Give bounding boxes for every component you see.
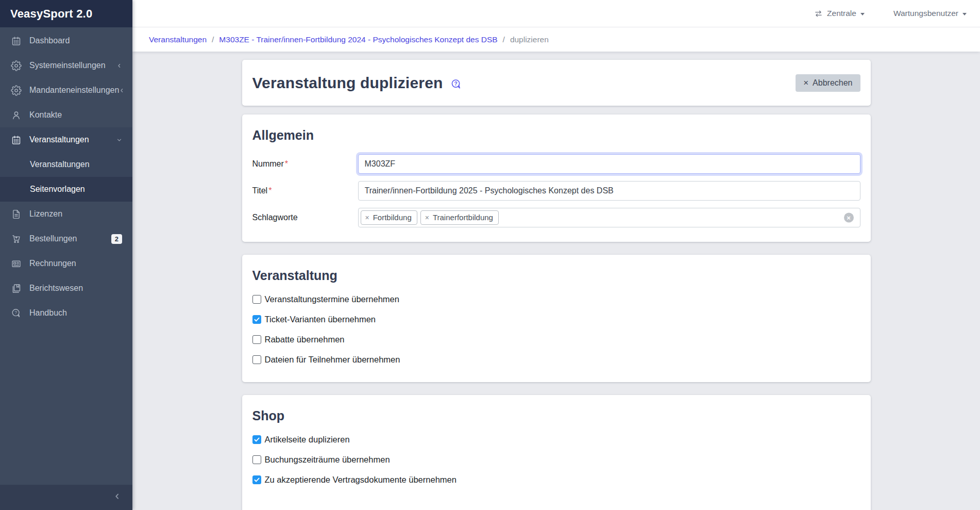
breadcrumb-separator: / [503, 35, 505, 44]
checkbox-label: Buchungszeiträume übernehmen [265, 455, 390, 465]
brand-title: VeasySport 2.0 [0, 0, 132, 27]
checkbox-artikelseite[interactable]: Artikelseite duplizieren [252, 435, 860, 445]
central-switcher-label: Zentrale [827, 9, 856, 18]
sidebar-item-dashboard[interactable]: Dashboard [0, 28, 132, 53]
sidebar-subitem-seitenvorlagen[interactable]: Seitenvorlagen [0, 177, 132, 202]
sidebar-item-lizenzen[interactable]: Lizenzen [0, 202, 132, 226]
breadcrumb-link-veranstaltungen[interactable]: Veranstaltungen [149, 35, 207, 44]
checkbox-box[interactable] [252, 335, 261, 344]
checkbox-box[interactable] [252, 435, 261, 444]
checkbox-veranstaltungstermine[interactable]: Veranstaltungstermine übernehmen [252, 294, 860, 304]
calendar-icon [10, 35, 22, 46]
sidebar-item-mandanteneinstellungen[interactable]: Mandanteneinstellungen [0, 78, 132, 103]
sidebar-nav: Dashboard Systemeinstellungen Mandantene… [0, 27, 132, 485]
central-switcher-dropdown[interactable]: Zentrale [814, 9, 865, 18]
sidebar-item-rechnungen[interactable]: Rechnungen [0, 251, 132, 276]
file-text-icon [10, 208, 22, 220]
veranstaltung-section: Veranstaltung Veranstaltungstermine über… [242, 255, 871, 382]
checkbox-buchungszeitraeume[interactable]: Buchungszeiträume übernehmen [252, 455, 860, 465]
allgemein-heading: Allgemein [252, 128, 860, 143]
titel-label: Titel* [252, 186, 358, 195]
sidebar-item-label: Dashboard [29, 36, 122, 45]
user-icon [10, 109, 22, 121]
gear-icon [10, 85, 22, 96]
checkbox-rabatte[interactable]: Rabatte übernehmen [252, 335, 860, 344]
breadcrumb-separator: / [212, 35, 214, 44]
chevron-left-icon [119, 88, 125, 93]
sidebar-item-bestellungen[interactable]: Bestellungen 2 [0, 226, 132, 251]
bestellungen-count-badge: 2 [111, 234, 122, 244]
sidebar-item-systemeinstellungen[interactable]: Systemeinstellungen [0, 53, 132, 78]
calendar-icon [10, 134, 22, 145]
checkbox-box[interactable] [252, 355, 261, 364]
checkbox-box[interactable] [252, 455, 261, 464]
topbar: Zentrale Wartungsbenutzer [132, 0, 980, 27]
checkbox-vertragsdokumente[interactable]: Zu akzeptierende Vertragsdokumente übern… [252, 475, 860, 485]
nummer-input[interactable] [358, 154, 860, 174]
schlagworte-input[interactable]: × Fortbildung × Trainerfortbildung × [358, 208, 860, 227]
cancel-button-label: Abbrechen [813, 78, 852, 88]
caret-down-icon [962, 13, 967, 15]
user-menu-dropdown[interactable]: Wartungsbenutzer [893, 9, 967, 18]
sidebar-item-kontakte[interactable]: Kontakte [0, 103, 132, 127]
tag-remove-icon[interactable]: × [425, 214, 429, 221]
breadcrumb-current: duplizieren [510, 35, 549, 44]
sidebar-collapse-button[interactable] [0, 485, 132, 510]
sidebar-item-label: Bestellungen [29, 234, 111, 243]
sidebar-item-label: Seitenvorlagen [30, 185, 85, 194]
main-area: Zentrale Wartungsbenutzer Veranstaltunge… [132, 0, 980, 510]
cancel-button[interactable]: × Abbrechen [796, 74, 860, 92]
sidebar-subitem-veranstaltungen[interactable]: Veranstaltungen [0, 152, 132, 177]
help-bubble-icon: ? [10, 307, 22, 319]
breadcrumb: Veranstaltungen / M303ZE - Trainer/innen… [132, 27, 980, 52]
tag-fortbildung: × Fortbildung [361, 210, 417, 225]
sidebar-item-veranstaltungen[interactable]: Veranstaltungen [0, 127, 132, 152]
shop-section: Shop Artikelseite duplizieren Buchungsze… [242, 395, 871, 510]
checkbox-box[interactable] [252, 475, 261, 484]
sidebar-item-label: Berichtswesen [29, 284, 122, 293]
clear-all-tags-icon[interactable]: × [844, 213, 854, 223]
sidebar: VeasySport 2.0 Dashboard Systemeinstellu… [0, 0, 132, 510]
shop-heading: Shop [252, 408, 860, 423]
user-menu-label: Wartungsbenutzer [893, 9, 958, 18]
shopping-cart-icon [10, 233, 22, 244]
svg-text:?: ? [454, 81, 457, 87]
schlagworte-label: Schlagworte [252, 213, 358, 222]
sidebar-item-handbuch[interactable]: ? Handbuch [0, 301, 132, 325]
sidebar-item-label: Veranstaltungen [30, 160, 90, 169]
veranstaltung-heading: Veranstaltung [252, 268, 860, 283]
checkbox-label: Veranstaltungstermine übernehmen [265, 294, 399, 304]
sidebar-item-label: Kontakte [29, 110, 122, 120]
gear-icon [10, 60, 22, 71]
exchange-arrows-icon [814, 9, 823, 18]
titel-input[interactable] [358, 181, 860, 201]
close-icon: × [803, 78, 808, 87]
app-root: VeasySport 2.0 Dashboard Systemeinstellu… [0, 0, 980, 510]
chevron-left-icon [113, 492, 121, 502]
titel-row: Titel* [252, 181, 860, 201]
help-bubble-icon[interactable]: ? [450, 78, 462, 90]
sidebar-item-label: Lizenzen [29, 209, 122, 219]
sidebar-item-berichtswesen[interactable]: Berichtswesen [0, 276, 132, 301]
checkbox-ticket-varianten[interactable]: Ticket-Varianten übernehmen [252, 315, 860, 324]
svg-text:?: ? [14, 310, 17, 315]
tag-remove-icon[interactable]: × [365, 214, 369, 221]
required-asterisk: * [285, 159, 288, 168]
caret-down-icon [860, 13, 865, 15]
sidebar-item-label: Systemeinstellungen [29, 61, 116, 70]
page-title: Veranstaltung duplizieren [252, 74, 443, 92]
chevron-down-icon [116, 137, 122, 143]
checkbox-label: Rabatte übernehmen [265, 335, 345, 344]
sidebar-item-label: Mandanteneinstellungen [29, 86, 119, 95]
checkbox-box[interactable] [252, 315, 261, 324]
sidebar-item-label: Rechnungen [29, 259, 122, 268]
nummer-row: Nummer* [252, 154, 860, 174]
invoice-icon [10, 258, 22, 269]
breadcrumb-link-event[interactable]: M303ZE - Trainer/innen-Fortbildung 2024 … [219, 35, 497, 44]
checkbox-dateien-teilnehmer[interactable]: Dateien für Teilnehmer übernehmen [252, 355, 860, 365]
checkbox-box[interactable] [252, 295, 261, 304]
content-area: Veranstaltung duplizieren ? × Abbrechen … [132, 52, 980, 510]
chevron-left-icon [116, 63, 122, 69]
tag-label: Trainerfortbildung [433, 213, 493, 222]
schlagworte-row: Schlagworte × Fortbildung × Trainerfortb… [252, 208, 860, 227]
